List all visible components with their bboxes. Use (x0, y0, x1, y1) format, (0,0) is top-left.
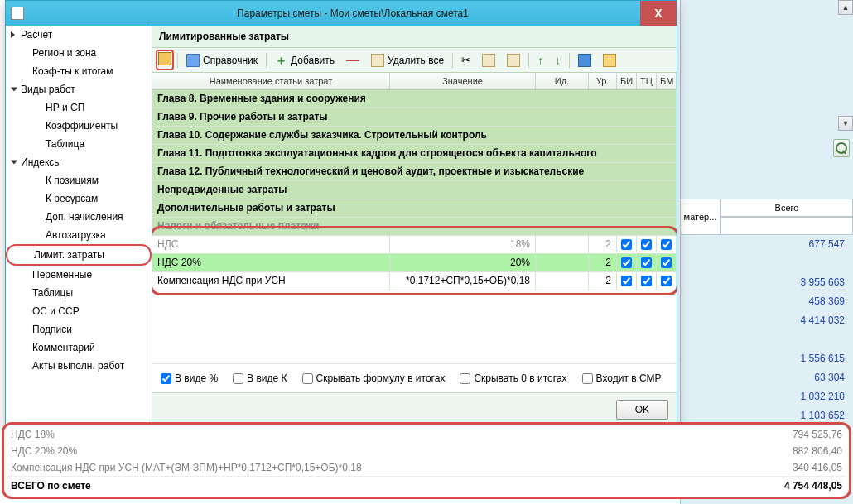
remove-button[interactable]: ― (341, 53, 364, 68)
tree-item[interactable]: Коэф-ты к итогам (6, 62, 152, 80)
titlebar[interactable]: Параметры сметы - Мои сметы\Локальная см… (6, 1, 677, 26)
scissors-icon: ✂ (461, 54, 470, 66)
tree-item[interactable]: Комментарий (6, 338, 152, 357)
tree-item[interactable]: Переменные (6, 266, 152, 284)
tree-item[interactable]: Виды работ (6, 80, 152, 98)
save-button[interactable] (573, 51, 596, 70)
toolbar: Справочник ＋Добавить ― Удалить все ✂ ↑ ↓ (152, 48, 677, 73)
col-ur[interactable]: Ур. (589, 73, 617, 89)
chk-tc[interactable] (641, 276, 652, 286)
cut-button[interactable]: ✂ (456, 51, 475, 69)
col-mater[interactable]: матер... (680, 199, 720, 235)
app-icon (11, 7, 24, 20)
grid[interactable]: Глава 8. Временные здания и сооруженияГл… (152, 90, 677, 363)
chk-bi[interactable] (621, 257, 632, 268)
summary-box: НДС 18%794 525,76 НДС 20% 20%882 806,40 … (2, 422, 851, 499)
tree-item[interactable]: Подписи (6, 320, 152, 338)
tree-item[interactable]: НР и СП (6, 98, 152, 117)
col-bm[interactable]: БМ (657, 73, 677, 89)
chapter-row[interactable]: Глава 12. Публичный технологический и це… (152, 163, 677, 181)
col-id[interactable]: Ид. (536, 73, 589, 89)
panel-title: Лимитированные затраты (152, 26, 677, 48)
tree-item[interactable]: Таблицы (6, 284, 152, 302)
move-down-button[interactable]: ↓ (550, 51, 566, 70)
search-button[interactable] (833, 139, 850, 157)
book-icon (186, 54, 200, 67)
tree-item[interactable]: Расчет (6, 26, 152, 44)
chapter-row[interactable]: Налоги и обязательные платежи (152, 218, 677, 236)
summary-row: НДС 20% 20%882 806,40 (7, 443, 846, 459)
chk-tc[interactable] (641, 257, 652, 268)
arrow-down-icon: ↓ (555, 54, 561, 67)
opt-percent[interactable]: В виде % (161, 372, 218, 384)
delete-all-button[interactable]: Удалить все (366, 51, 449, 70)
tree-item[interactable]: Лимит. затраты (6, 244, 152, 266)
opt-hide-formula[interactable]: Скрывать формулу в итогах (302, 372, 446, 384)
chapter-row[interactable]: Глава 10. Содержание службы заказчика. С… (152, 127, 677, 145)
opt-smr[interactable]: Входит в СМР (582, 372, 662, 384)
tree-item[interactable]: Индексы (6, 153, 152, 171)
col-all[interactable]: Всего (720, 199, 853, 217)
table-row[interactable]: Компенсация НДС при УСН*0,1712+СП*0,15+О… (152, 272, 677, 290)
chk-bi[interactable] (621, 276, 632, 286)
copy-icon (482, 54, 495, 67)
chk-bi[interactable] (621, 239, 632, 250)
move-up-button[interactable]: ↑ (533, 51, 548, 70)
plus-icon: ＋ (275, 55, 287, 66)
save-icon (578, 54, 591, 67)
bg-values: 677 547 3 955 663 458 369 4 414 032 1 55… (681, 235, 846, 425)
dialog: Параметры сметы - Мои сметы\Локальная см… (5, 0, 677, 427)
tree-item[interactable]: Доп. начисления (6, 208, 152, 226)
chk-bm[interactable] (661, 257, 672, 268)
reference-button[interactable]: Справочник (181, 51, 263, 70)
tree-item[interactable]: ОС и ССР (6, 302, 152, 320)
chk-bm[interactable] (661, 276, 672, 286)
opt-coef[interactable]: В виде К (233, 372, 287, 384)
scroll-down-icon[interactable]: ▼ (838, 116, 853, 131)
chapter-row[interactable]: Глава 9. Прочие работы и затраты (152, 108, 677, 127)
opt-hide-zero[interactable]: Скрывать 0 в итогах (460, 372, 566, 384)
table-row[interactable]: НДС18%2 (152, 236, 677, 254)
ok-button[interactable]: OK (616, 400, 668, 420)
summary-row: Компенсация НДС при УСН (МАТ+(ЭМ-ЗПМ)+НР… (7, 459, 846, 476)
chk-tc[interactable] (641, 239, 652, 250)
tree-item[interactable]: Коэффициенты (6, 117, 152, 135)
chapter-row[interactable]: Глава 11. Подготовка эксплуатационных ка… (152, 145, 677, 163)
tree-item[interactable]: Акты выполн. работ (6, 357, 152, 375)
summary-total: ВСЕГО по смете4 754 448,05 (7, 476, 846, 497)
chk-bm[interactable] (661, 239, 672, 250)
scroll-up-icon[interactable]: ▲ (838, 0, 853, 15)
chapter-row[interactable]: Дополнительные работы и затраты (152, 199, 677, 218)
arrow-up-icon: ↑ (537, 54, 543, 67)
tree-item[interactable]: Автозагрузка (6, 226, 152, 244)
chapter-row[interactable]: Непредвиденные затраты (152, 181, 677, 199)
folder-icon (603, 54, 616, 67)
col-bi[interactable]: БИ (617, 73, 637, 89)
options-row: В виде % В виде К Скрывать формулу в ито… (152, 363, 677, 392)
tree-item[interactable]: К позициям (6, 171, 152, 190)
tree-item[interactable]: Регион и зона (6, 44, 152, 62)
toggle-mode-button[interactable] (156, 50, 174, 70)
paste-button[interactable] (502, 51, 525, 70)
col-all-sub (720, 217, 853, 235)
bg-table-header: матер... Всего (680, 199, 853, 235)
tree-item[interactable]: Таблица (6, 135, 152, 153)
page-delete-icon (371, 54, 384, 67)
col-tc[interactable]: ТЦ (637, 73, 657, 89)
col-name[interactable]: Наименование статьи затрат (152, 73, 390, 89)
minus-icon: ― (346, 55, 359, 65)
tree-item[interactable]: К ресурсам (6, 190, 152, 208)
col-value[interactable]: Значение (390, 73, 536, 89)
grid-header: Наименование статьи затрат Значение Ид. … (152, 73, 677, 90)
copy-button[interactable] (477, 51, 500, 70)
paste-icon (507, 54, 520, 67)
close-icon[interactable]: X (640, 1, 677, 26)
summary-row: НДС 18%794 525,76 (7, 426, 846, 443)
chapter-row[interactable]: Глава 8. Временные здания и сооружения (152, 90, 677, 108)
window-title: Параметры сметы - Мои сметы\Локальная см… (29, 7, 677, 19)
sidebar[interactable]: РасчетРегион и зонаКоэф-ты к итогамВиды … (6, 26, 152, 426)
add-button[interactable]: ＋Добавить (270, 52, 340, 69)
table-row[interactable]: НДС 20%20%2 (152, 254, 677, 272)
open-button[interactable] (598, 51, 621, 70)
